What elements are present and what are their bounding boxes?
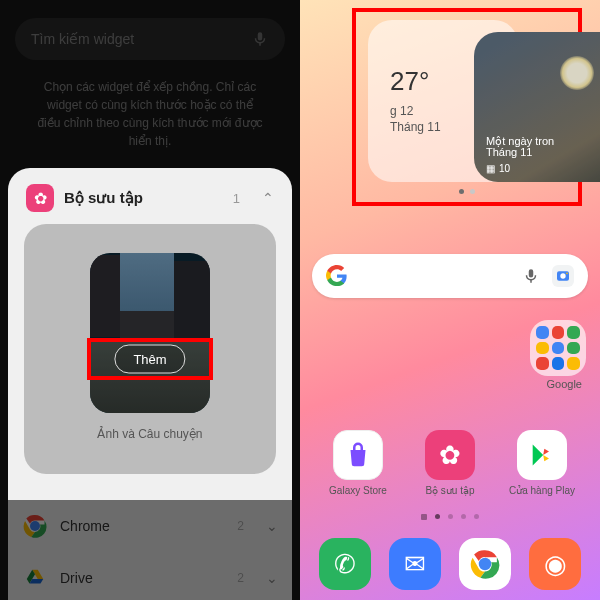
list-item-label: Drive — [60, 570, 225, 586]
play-store-icon — [517, 430, 567, 480]
home-page-indicator — [300, 514, 600, 520]
dock-bar: ✆ ✉ ◉ — [300, 538, 600, 590]
widget-picker-screen: Tìm kiếm widget Chọn các widget để xếp c… — [0, 0, 300, 600]
gallery-app-icon: ✿ — [26, 184, 54, 212]
widget-caption: Ảnh và Câu chuyện — [97, 427, 202, 441]
list-item[interactable]: Drive 2 ⌄ — [8, 552, 292, 600]
google-logo-icon — [326, 265, 348, 287]
galaxy-store-icon — [333, 430, 383, 480]
chrome-icon — [22, 513, 48, 539]
app-galaxy-store[interactable]: Galaxy Store — [319, 430, 397, 496]
widget-thumbnail — [90, 253, 210, 413]
app-gallery[interactable]: ✿ Bộ sưu tập — [411, 430, 489, 496]
svg-point-3 — [560, 273, 565, 278]
chevron-up-icon: ⌃ — [262, 190, 274, 206]
gallery-section-header[interactable]: ✿ Bộ sưu tập 1 ⌃ — [18, 182, 282, 224]
app-widget-list: Chrome 2 ⌄ Drive 2 ⌄ ◔ Đồng hồ 3 ⌄ — [8, 500, 292, 600]
chrome-app[interactable] — [459, 538, 511, 590]
widget-stack-highlight: 27° g 12 Tháng 11 Một ngày tron Tháng 11… — [352, 8, 582, 206]
tutorial-highlight — [87, 338, 213, 380]
phone-app[interactable]: ✆ — [319, 538, 371, 590]
chevron-down-icon: ⌄ — [266, 570, 278, 586]
gallery-icon: ✿ — [425, 430, 475, 480]
list-item-count: 2 — [237, 519, 244, 533]
gallery-section: ✿ Bộ sưu tập 1 ⌃ Thêm Ảnh và Câu chuyện — [8, 168, 292, 500]
image-icon: ▦ — [486, 163, 495, 174]
weather-date-line2: Tháng 11 — [390, 120, 441, 134]
lens-icon[interactable] — [552, 265, 574, 287]
app-label: Galaxy Store — [329, 485, 387, 496]
mic-icon[interactable] — [522, 267, 540, 285]
list-item-count: 2 — [237, 571, 244, 585]
messages-app[interactable]: ✉ — [389, 538, 441, 590]
photo-widget-date: ▦ 10 — [486, 163, 510, 174]
home-screen: 27° g 12 Tháng 11 Một ngày tron Tháng 11… — [300, 0, 600, 600]
folder-label: Google — [547, 378, 582, 390]
weather-date-line1: g 12 — [390, 104, 413, 118]
app-label: Bộ sưu tập — [425, 485, 474, 496]
stack-page-dots — [356, 189, 578, 194]
temperature-value: 27° — [390, 66, 429, 97]
google-search-bar[interactable] — [312, 254, 588, 298]
svg-point-6 — [479, 558, 492, 571]
list-item[interactable]: Chrome 2 ⌄ — [8, 500, 292, 552]
section-title: Bộ sưu tập — [64, 189, 223, 207]
google-folder[interactable] — [530, 320, 586, 376]
drive-icon — [22, 565, 48, 591]
chevron-down-icon: ⌄ — [266, 518, 278, 534]
favourites-row: Galaxy Store ✿ Bộ sưu tập Cửa hàng Play — [300, 430, 600, 496]
section-count: 1 — [233, 191, 240, 206]
list-item-label: Chrome — [60, 518, 225, 534]
svg-point-1 — [30, 521, 40, 531]
photo-widget-card[interactable]: Một ngày tron Tháng 11 ▦ 10 — [474, 32, 600, 182]
widget-preview-card[interactable]: Thêm Ảnh và Câu chuyện — [24, 224, 276, 474]
app-label: Cửa hàng Play — [509, 485, 575, 496]
svg-point-4 — [566, 272, 568, 274]
camera-app[interactable]: ◉ — [529, 538, 581, 590]
app-play-store[interactable]: Cửa hàng Play — [503, 430, 581, 496]
photo-widget-subtitle: Tháng 11 — [486, 146, 532, 158]
